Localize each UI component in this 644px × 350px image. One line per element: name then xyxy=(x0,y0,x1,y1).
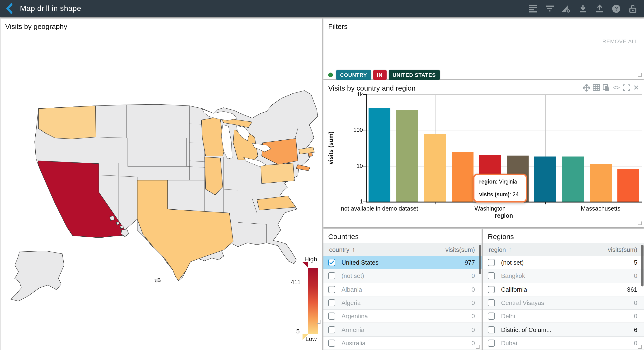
checkbox[interactable] xyxy=(328,299,335,306)
table-row[interactable]: (not set)0 xyxy=(324,270,482,283)
bar[interactable] xyxy=(534,157,556,201)
table-row[interactable]: Armenia0 xyxy=(324,323,482,337)
table-row[interactable]: Algeria0 xyxy=(324,296,482,310)
checkbox[interactable] xyxy=(328,286,335,293)
y-axis xyxy=(366,94,366,201)
chart-settings-icon[interactable] xyxy=(561,4,571,13)
column-divider xyxy=(402,245,403,254)
y-tick xyxy=(363,94,366,95)
chart-resize-handle[interactable] xyxy=(638,221,642,225)
regions-resize-handle[interactable] xyxy=(638,345,642,349)
row-label: California xyxy=(501,286,527,293)
y-tick xyxy=(363,166,366,166)
bar[interactable] xyxy=(424,135,446,201)
state-rhode-island[interactable] xyxy=(308,153,312,157)
bar[interactable] xyxy=(368,108,390,201)
column-header-visits[interactable]: visits(sum) xyxy=(446,246,482,253)
y-tick-label: 1k xyxy=(347,91,363,97)
copy-icon[interactable] xyxy=(602,83,610,92)
row-value: 0 xyxy=(472,299,482,306)
checkbox[interactable] xyxy=(488,299,495,306)
state-pennsylvania[interactable] xyxy=(261,163,294,183)
countries-scrollbar[interactable] xyxy=(479,245,481,274)
legend-gradient-bar[interactable] xyxy=(308,268,318,334)
x-axis-title: region xyxy=(480,212,528,219)
table-icon[interactable] xyxy=(592,83,600,92)
column-header-visits[interactable]: visits(sum) xyxy=(608,246,644,253)
x-tick-label: Washington xyxy=(450,205,530,212)
dashboard: Map drill in shape ? xyxy=(0,0,644,350)
y-tick xyxy=(363,130,366,130)
table-row[interactable]: Albania0 xyxy=(324,283,482,296)
us-choropleth-map[interactable] xyxy=(0,18,322,350)
legend-low-value: 5 xyxy=(292,328,300,335)
upload-icon[interactable] xyxy=(594,4,604,13)
table-row[interactable]: Delhi0 xyxy=(483,310,644,323)
checkbox-checked[interactable] xyxy=(328,259,335,266)
row-value: 0 xyxy=(634,299,644,306)
filter-active-indicator xyxy=(328,73,333,77)
checkbox[interactable] xyxy=(328,313,335,320)
fullscreen-icon[interactable] xyxy=(622,83,630,92)
download-icon[interactable] xyxy=(578,4,588,13)
app-header: Map drill in shape ? xyxy=(0,0,644,17)
table-row[interactable]: Argentina0 xyxy=(324,310,482,323)
state-washington[interactable] xyxy=(38,106,96,139)
bar[interactable] xyxy=(452,152,473,201)
column-header-country[interactable]: country xyxy=(324,246,349,253)
row-label: District of Colum... xyxy=(501,326,552,333)
state-illinois[interactable] xyxy=(205,157,223,195)
table-row[interactable]: Bangkok0 xyxy=(483,270,644,283)
filter-chip[interactable]: UNITED STATES xyxy=(389,70,440,80)
table-row[interactable]: Australia0 xyxy=(324,337,482,350)
legend-high-arrow-icon xyxy=(302,262,308,268)
table-row[interactable]: Dubai0 xyxy=(483,337,644,350)
checkbox[interactable] xyxy=(328,340,335,347)
back-button[interactable] xyxy=(0,0,19,17)
x-tick-label: not available in demo dataset xyxy=(339,205,420,212)
row-value: 0 xyxy=(472,326,482,333)
bar[interactable] xyxy=(396,110,418,201)
row-label: Argentina xyxy=(342,313,368,320)
checkbox[interactable] xyxy=(488,313,495,320)
countries-resize-handle[interactable] xyxy=(476,345,480,349)
column-header-region[interactable]: region xyxy=(483,246,506,253)
remove-all-button[interactable]: REMOVE ALL xyxy=(602,38,638,44)
y-axis-title: visits (sum) xyxy=(328,120,334,176)
align-lines-icon[interactable] xyxy=(528,4,538,13)
checkbox[interactable] xyxy=(328,272,335,280)
filters-title: Filters xyxy=(328,22,348,30)
close-icon[interactable]: ✕ xyxy=(632,83,640,92)
alaska[interactable] xyxy=(11,251,64,301)
row-value: 0 xyxy=(634,313,644,320)
row-value: 0 xyxy=(472,313,482,320)
bar[interactable] xyxy=(618,169,639,201)
table-row[interactable]: United States977 xyxy=(324,256,482,270)
help-icon[interactable]: ? xyxy=(611,4,621,13)
table-row[interactable]: Central Visayas0 xyxy=(483,296,644,310)
unlock-icon[interactable] xyxy=(628,4,637,13)
checkbox[interactable] xyxy=(488,286,495,293)
filters-resize-handle[interactable] xyxy=(638,73,642,77)
checkbox[interactable] xyxy=(488,340,495,347)
map-resize-handle[interactable] xyxy=(316,320,320,324)
row-label: Albania xyxy=(342,286,362,293)
filter-lines-icon[interactable] xyxy=(545,4,554,13)
checkbox[interactable] xyxy=(488,272,495,280)
checkbox[interactable] xyxy=(488,326,495,333)
bar[interactable] xyxy=(562,157,584,201)
bar[interactable] xyxy=(590,164,612,201)
table-row[interactable]: California361 xyxy=(483,283,644,296)
filter-chip[interactable]: COUNTRY xyxy=(336,70,371,80)
regions-scrollbar[interactable] xyxy=(641,245,644,286)
svg-text:?: ? xyxy=(614,5,618,12)
code-icon[interactable]: <> xyxy=(612,83,620,92)
y-tick-label: 1 xyxy=(347,198,363,205)
table-row[interactable]: (not set)5 xyxy=(483,256,644,270)
move-icon[interactable] xyxy=(582,83,590,92)
filter-chip[interactable]: IN xyxy=(373,70,386,80)
checkbox[interactable] xyxy=(328,326,335,333)
chart-tooltip: region: Virginia visits (sum): 24 xyxy=(473,174,527,202)
table-row[interactable]: District of Colum...6 xyxy=(483,323,644,337)
checkbox[interactable] xyxy=(488,259,495,266)
